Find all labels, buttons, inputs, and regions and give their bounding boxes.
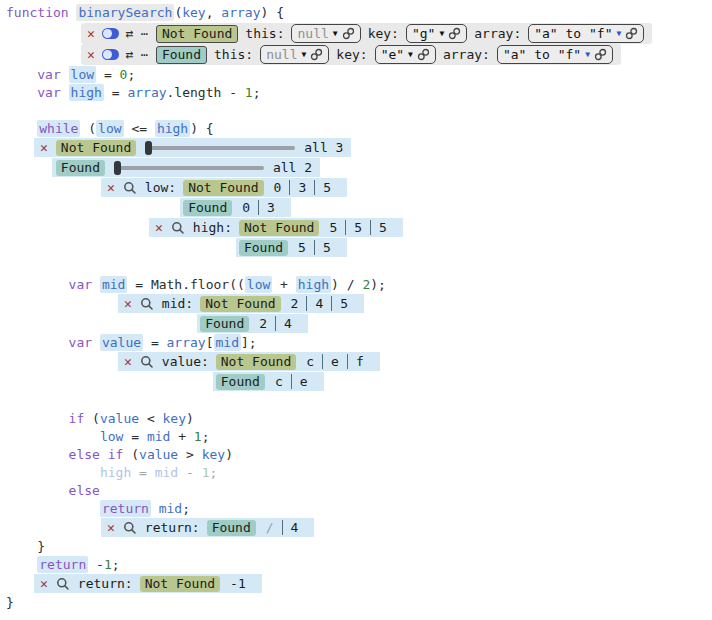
code-token: [ <box>206 335 214 350</box>
code-token: ) <box>225 447 233 462</box>
toggle-switch-icon[interactable] <box>102 49 119 60</box>
code-token[interactable]: low <box>245 276 272 293</box>
code-token: low <box>100 429 123 444</box>
call-row-wrap: ✕⇄⋯Foundthis:null▼key:"e"▼array:"a" to "… <box>81 44 712 65</box>
probe-label: low: <box>145 180 176 195</box>
code-token: 1 <box>245 85 253 100</box>
swap-arrows-icon[interactable]: ⇄ <box>126 27 134 40</box>
toggle-knob <box>103 50 112 59</box>
value-cell: e <box>322 354 347 369</box>
close-icon[interactable]: ✕ <box>40 141 48 154</box>
probe-value-row: Not Foundcef <box>213 352 380 371</box>
value-cell: 4 <box>282 520 307 535</box>
search-icon[interactable] <box>123 521 137 535</box>
value-probe-widget: ✕return:Not Found-1 <box>34 574 712 594</box>
value-cell: 5 <box>331 296 356 311</box>
code-token[interactable]: mid <box>214 334 241 351</box>
value-cell: 4 <box>306 296 331 311</box>
blank-line <box>6 258 712 276</box>
code-line: return -1; <box>6 556 712 574</box>
code-token[interactable]: high <box>155 120 190 137</box>
code-token[interactable]: return <box>37 556 88 573</box>
this-dropdown[interactable]: null▼ <box>291 24 360 43</box>
slider-prefix: ✕ <box>34 138 52 157</box>
code-token: ; <box>182 501 190 516</box>
code-token: var <box>37 85 68 100</box>
code-line: while (low <= high) { <box>6 120 712 138</box>
more-options-icon[interactable]: ⋯ <box>141 49 149 61</box>
code-line: return mid; <box>6 500 712 518</box>
code-token[interactable]: mid <box>100 276 127 293</box>
search-icon[interactable] <box>56 577 70 591</box>
code-token: ; <box>210 465 218 480</box>
link-icon <box>448 27 461 40</box>
array-dropdown[interactable]: "a" to "f"▼ <box>528 24 644 43</box>
code-token: ); <box>370 277 386 292</box>
value-cell: 3 <box>289 180 314 195</box>
probe-value-row: Found55 <box>236 238 347 257</box>
value-list: 035 <box>266 180 339 195</box>
iteration-slider[interactable] <box>145 141 295 155</box>
slider-thumb[interactable] <box>114 161 121 175</box>
value-cell: 5 <box>314 180 339 195</box>
code-token[interactable]: high <box>69 84 104 101</box>
call-log-row: ✕⇄⋯Foundthis:null▼key:"e"▼array:"a" to "… <box>81 44 621 65</box>
swap-arrows-icon[interactable]: ⇄ <box>126 48 134 61</box>
code-line: else <box>6 482 712 500</box>
this-dropdown[interactable]: null▼ <box>260 45 329 64</box>
code-token: else <box>69 483 100 498</box>
code-token[interactable]: binarySearch <box>76 4 174 21</box>
probe-rows: Not FoundcefFoundce <box>213 352 380 392</box>
code-token[interactable]: low <box>69 66 96 83</box>
run-result-badge[interactable]: Not Found <box>156 25 238 43</box>
this-label: this: <box>214 47 253 62</box>
probe-rows: Not Found-1 <box>137 574 262 594</box>
code-token: ) <box>186 411 194 426</box>
iteration-slider[interactable] <box>114 161 264 175</box>
close-icon[interactable]: ✕ <box>124 297 132 310</box>
array-label: array: <box>443 47 490 62</box>
key-dropdown[interactable]: "e"▼ <box>375 45 436 64</box>
close-icon[interactable]: ✕ <box>87 27 95 40</box>
value-list: -1 <box>222 576 254 591</box>
value-list: /4 <box>258 520 307 535</box>
toggle-switch-icon[interactable] <box>102 28 119 39</box>
code-token[interactable]: low <box>96 120 123 137</box>
slider-thumb[interactable] <box>145 141 152 155</box>
code-line: var mid = Math.floor((low + high) / 2); <box>6 276 712 294</box>
key-dropdown[interactable]: "g"▼ <box>406 24 467 43</box>
search-icon[interactable] <box>171 221 185 235</box>
search-icon[interactable] <box>123 181 137 195</box>
search-icon[interactable] <box>140 297 154 311</box>
value-cell: 3 <box>258 200 283 215</box>
slider-track[interactable] <box>145 146 295 150</box>
close-icon[interactable]: ✕ <box>155 221 163 234</box>
call-log-row: ✕⇄⋯Not Foundthis:null▼key:"g"▼array:"a" … <box>81 23 652 44</box>
code-token: = Math.floor(( <box>127 277 244 292</box>
chevron-down-icon: ▼ <box>617 30 622 38</box>
slider-track[interactable] <box>114 166 264 170</box>
code-token: value <box>100 411 139 426</box>
code-token: } <box>37 539 45 554</box>
code-token: array <box>127 85 166 100</box>
run-result-badge: Not Found <box>216 354 296 370</box>
code-token[interactable]: return <box>100 500 151 517</box>
code-token[interactable]: high <box>296 276 331 293</box>
run-result-badge[interactable]: Found <box>156 46 207 64</box>
slider-rows: Not Foundall 3Foundall 2 <box>52 138 352 178</box>
code-token: key <box>202 447 225 462</box>
run-result-badge: Found <box>207 520 256 536</box>
probe-label: value: <box>162 354 209 369</box>
call-log-widget: ✕⇄⋯Not Foundthis:null▼key:"g"▼array:"a" … <box>81 23 712 65</box>
close-icon[interactable]: ✕ <box>107 521 115 534</box>
close-icon[interactable]: ✕ <box>124 355 132 368</box>
search-icon[interactable] <box>140 355 154 369</box>
more-options-icon[interactable]: ⋯ <box>141 28 149 40</box>
code-token[interactable]: while <box>37 120 80 137</box>
close-icon[interactable]: ✕ <box>40 577 48 590</box>
array-dropdown[interactable]: "a" to "f"▼ <box>497 45 613 64</box>
code-token: = <box>143 335 166 350</box>
close-icon[interactable]: ✕ <box>87 48 95 61</box>
close-icon[interactable]: ✕ <box>107 181 115 194</box>
code-token[interactable]: value <box>100 334 143 351</box>
